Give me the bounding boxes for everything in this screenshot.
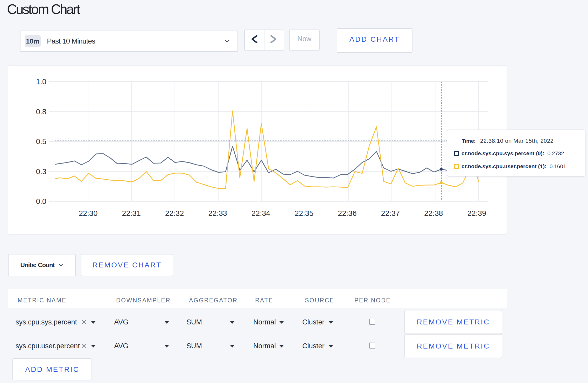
svg-text:22:31: 22:31 (122, 209, 141, 217)
svg-text:22:38: 22:38 (424, 209, 443, 217)
svg-text:0.5: 0.5 (36, 137, 46, 146)
svg-text:0.0: 0.0 (36, 197, 46, 205)
svg-text:22:32: 22:32 (165, 209, 184, 217)
svg-text:22:34: 22:34 (251, 209, 270, 217)
svg-text:22:39: 22:39 (467, 209, 486, 217)
svg-text:0.3: 0.3 (36, 167, 46, 176)
svg-text:22:37: 22:37 (381, 209, 400, 217)
svg-text:22:35: 22:35 (295, 209, 314, 217)
svg-text:22:30: 22:30 (79, 209, 98, 217)
svg-text:22:36: 22:36 (338, 209, 357, 217)
svg-text:1.0: 1.0 (36, 77, 46, 86)
svg-text:0.8: 0.8 (36, 108, 46, 116)
svg-text:22:33: 22:33 (208, 209, 227, 217)
